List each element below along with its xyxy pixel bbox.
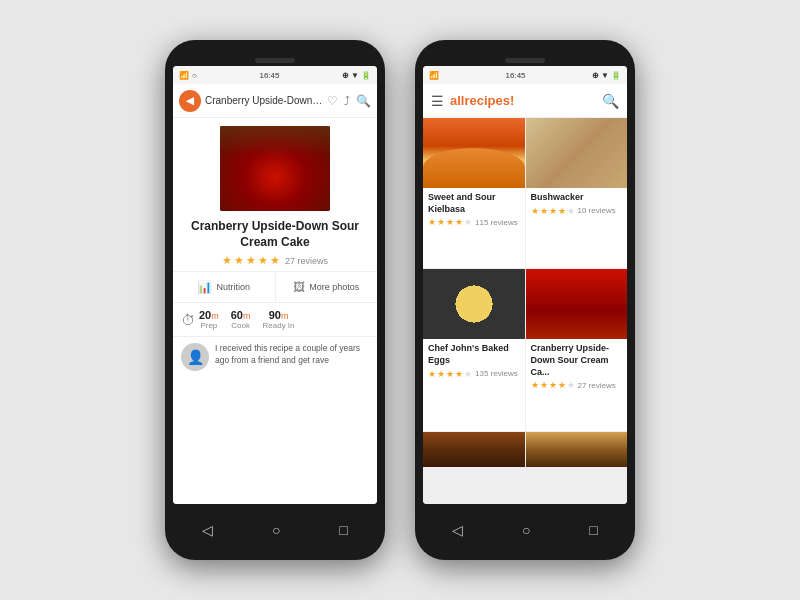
wifi-icon-2: ⊕ — [592, 71, 599, 80]
recipe-card-1[interactable]: Sweet and Sour Kielbasa ★ ★ ★ ★ ★ 115 re… — [423, 118, 525, 268]
recipe-card-2[interactable]: Bushwacker ★ ★ ★ ★ ★ 10 reviews — [526, 118, 628, 268]
back-nav-button-2[interactable]: ◁ — [452, 522, 463, 538]
signal-bars-icon-2: ▼ — [601, 71, 609, 80]
card-star: ★ — [549, 380, 557, 390]
recipe-image-inner — [220, 126, 330, 211]
card-star-empty: ★ — [567, 380, 575, 390]
status-time-2: 16:45 — [506, 71, 526, 80]
recipe-actions-bar: 📊 Nutrition 🖼 More photos — [173, 271, 377, 303]
clock-icon: ⏱ — [181, 312, 195, 328]
nutrition-icon: 📊 — [197, 280, 212, 294]
recipe-detail-content: Cranberry Upside-Down Sour Cream Cake ★ … — [173, 118, 377, 504]
star-2: ★ — [234, 254, 244, 267]
photos-label: More photos — [309, 282, 359, 292]
ready-label: Ready In — [263, 321, 295, 330]
cook-label: Cook — [231, 321, 251, 330]
recipe-rating: ★ ★ ★ ★ ★ 27 reviews — [173, 254, 377, 267]
search-icon[interactable]: 🔍 — [356, 94, 371, 108]
logo-exclaim: ! — [510, 93, 514, 108]
card-star: ★ — [540, 380, 548, 390]
recipe-card-img-1 — [423, 118, 525, 188]
back-button[interactable]: ◀ — [179, 90, 201, 112]
status-right-1: ⊕ ▼ 🔋 — [342, 71, 371, 80]
menu-icon[interactable]: ☰ — [431, 93, 444, 109]
card-star: ★ — [558, 206, 566, 216]
card-star-empty: ★ — [567, 206, 575, 216]
recipe-card-title-3: Chef John's Baked Eggs — [428, 343, 520, 366]
status-left-1: 📶 ○ — [179, 71, 197, 80]
notification-icon: ○ — [192, 71, 197, 80]
partial-img-1 — [423, 432, 525, 467]
recipe-card-title-4: Cranberry Upside-Down Sour Cream Ca... — [531, 343, 623, 378]
favorite-icon[interactable]: ♡ — [327, 94, 338, 108]
search-button[interactable]: 🔍 — [602, 93, 619, 109]
card-star: ★ — [428, 369, 436, 379]
star-4: ★ — [258, 254, 268, 267]
app1-toolbar: ◀ Cranberry Upside-Down S... ♡ ⤴ 🔍 — [173, 84, 377, 118]
card-star: ★ — [437, 369, 445, 379]
card-star: ★ — [437, 217, 445, 227]
recipe-card-stars-4: ★ ★ ★ ★ ★ 27 reviews — [531, 380, 623, 390]
phone-2: 📶 16:45 ⊕ ▼ 🔋 ☰ allrecipes! 🔍 Sweet a — [415, 40, 635, 560]
cook-value: 60m — [231, 309, 251, 321]
recent-nav-button[interactable]: □ — [339, 522, 347, 538]
star-1: ★ — [222, 254, 232, 267]
status-right-2: ⊕ ▼ 🔋 — [592, 71, 621, 80]
phone-1-screen: 📶 ○ 16:45 ⊕ ▼ 🔋 ◀ Cranberry Upside-Down … — [173, 66, 377, 504]
card-review-count-2: 10 reviews — [578, 206, 616, 215]
recipes-grid: Sweet and Sour Kielbasa ★ ★ ★ ★ ★ 115 re… — [423, 118, 627, 504]
prep-label: Prep — [199, 321, 219, 330]
status-bar-1: 📶 ○ 16:45 ⊕ ▼ 🔋 — [173, 66, 377, 84]
back-nav-button[interactable]: ◁ — [202, 522, 213, 538]
status-left-2: 📶 — [429, 71, 439, 80]
photos-button[interactable]: 🖼 More photos — [276, 272, 378, 302]
nutrition-button[interactable]: 📊 Nutrition — [173, 272, 276, 302]
status-time-1: 16:45 — [259, 71, 279, 80]
card-star-empty: ★ — [464, 217, 472, 227]
phone-1-nav-bar: ◁ ○ □ — [173, 512, 377, 548]
card-star: ★ — [446, 217, 454, 227]
recipe-image — [220, 126, 330, 211]
recent-nav-button-2[interactable]: □ — [589, 522, 597, 538]
recipe-card-title-1: Sweet and Sour Kielbasa — [428, 192, 520, 215]
recipe-card-info-4: Cranberry Upside-Down Sour Cream Ca... ★… — [526, 339, 628, 431]
recipe-page-title: Cranberry Upside-Down S... — [205, 95, 323, 106]
home-nav-button-2[interactable]: ○ — [522, 522, 530, 538]
home-nav-button[interactable]: ○ — [272, 522, 280, 538]
recipe-card-img-2 — [526, 118, 628, 188]
battery-icon: 🔋 — [361, 71, 371, 80]
card-star-empty: ★ — [464, 369, 472, 379]
card-star: ★ — [455, 217, 463, 227]
signal-icon-2: 📶 — [429, 71, 439, 80]
signal-bars-icon: ▼ — [351, 71, 359, 80]
recipe-card-stars-1: ★ ★ ★ ★ ★ 115 reviews — [428, 217, 520, 227]
recipe-card-stars-2: ★ ★ ★ ★ ★ 10 reviews — [531, 206, 623, 216]
status-bar-2: 📶 16:45 ⊕ ▼ 🔋 — [423, 66, 627, 84]
recipe-card-img-3 — [423, 269, 525, 339]
recipe-card-3[interactable]: Chef John's Baked Eggs ★ ★ ★ ★ ★ 135 rev… — [423, 269, 525, 431]
wifi-icon: ⊕ — [342, 71, 349, 80]
share-icon[interactable]: ⤴ — [344, 94, 350, 108]
card-review-count-3: 135 reviews — [475, 369, 518, 378]
time-items: 20m Prep 60m Cook 90m Ready — [199, 309, 295, 330]
recipe-card-stars-3: ★ ★ ★ ★ ★ 135 reviews — [428, 369, 520, 379]
app2-toolbar: ☰ allrecipes! 🔍 — [423, 84, 627, 118]
prep-time: 20m Prep — [199, 309, 219, 330]
partial-card-1 — [423, 432, 525, 467]
recipe-title: Cranberry Upside-Down Sour Cream Cake — [173, 219, 377, 250]
phone-2-screen: 📶 16:45 ⊕ ▼ 🔋 ☰ allrecipes! 🔍 Sweet a — [423, 66, 627, 504]
card-review-count-1: 115 reviews — [475, 218, 518, 227]
prep-value: 20m — [199, 309, 219, 321]
recipe-image-overlay — [220, 126, 330, 156]
signal-icon: 📶 — [179, 71, 189, 80]
recipe-card-info-2: Bushwacker ★ ★ ★ ★ ★ 10 reviews — [526, 188, 628, 268]
recipe-card-4[interactable]: Cranberry Upside-Down Sour Cream Ca... ★… — [526, 269, 628, 431]
ready-value: 90m — [263, 309, 295, 321]
ready-time: 90m Ready In — [263, 309, 295, 330]
battery-icon-2: 🔋 — [611, 71, 621, 80]
card-star: ★ — [549, 206, 557, 216]
card-star: ★ — [558, 380, 566, 390]
toolbar-actions: ♡ ⤴ 🔍 — [327, 94, 371, 108]
card-star: ★ — [428, 217, 436, 227]
card-star: ★ — [446, 369, 454, 379]
